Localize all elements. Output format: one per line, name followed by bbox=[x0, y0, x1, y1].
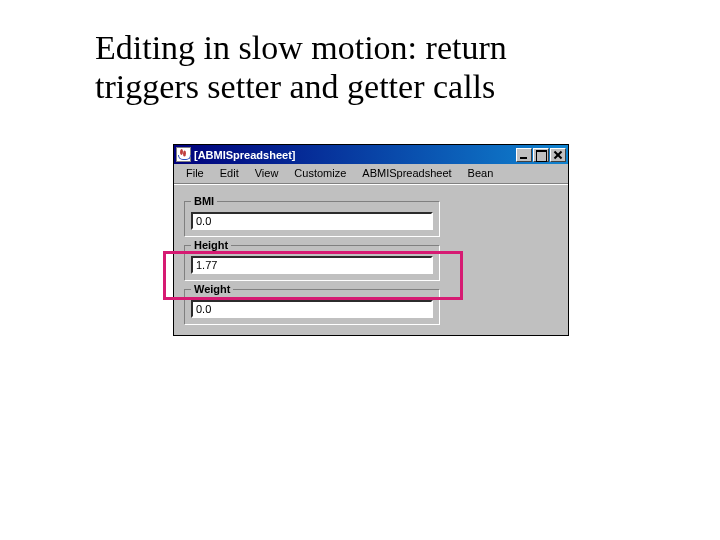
group-bmi-legend: BMI bbox=[191, 195, 217, 207]
client-area: BMI Height Weight bbox=[174, 184, 568, 335]
slide-title: Editing in slow motion: return triggers … bbox=[95, 28, 635, 106]
app-window: [ABMISpreadsheet] File Edit View Customi… bbox=[173, 144, 569, 336]
minimize-button[interactable] bbox=[516, 148, 532, 162]
group-height: Height bbox=[184, 245, 440, 281]
group-height-legend: Height bbox=[191, 239, 231, 251]
group-weight: Weight bbox=[184, 289, 440, 325]
close-button[interactable] bbox=[550, 148, 566, 162]
weight-field[interactable] bbox=[191, 300, 433, 318]
menubar: File Edit View Customize ABMISpreadsheet… bbox=[174, 164, 568, 184]
menu-view[interactable]: View bbox=[247, 166, 287, 180]
window-buttons bbox=[516, 148, 566, 162]
window-title: [ABMISpreadsheet] bbox=[194, 149, 516, 161]
slide-title-line2: triggers setter and getter calls bbox=[95, 68, 495, 105]
maximize-button[interactable] bbox=[533, 148, 549, 162]
group-weight-legend: Weight bbox=[191, 283, 233, 295]
java-icon bbox=[176, 147, 191, 162]
menu-abmispreadsheet[interactable]: ABMISpreadsheet bbox=[354, 166, 459, 180]
height-field[interactable] bbox=[191, 256, 433, 274]
group-bmi: BMI bbox=[184, 201, 440, 237]
menu-file[interactable]: File bbox=[178, 166, 212, 180]
menu-customize[interactable]: Customize bbox=[286, 166, 354, 180]
menu-bean[interactable]: Bean bbox=[460, 166, 502, 180]
titlebar[interactable]: [ABMISpreadsheet] bbox=[174, 145, 568, 164]
menu-edit[interactable]: Edit bbox=[212, 166, 247, 180]
bmi-field[interactable] bbox=[191, 212, 433, 230]
slide-title-line1: Editing in slow motion: return bbox=[95, 29, 507, 66]
